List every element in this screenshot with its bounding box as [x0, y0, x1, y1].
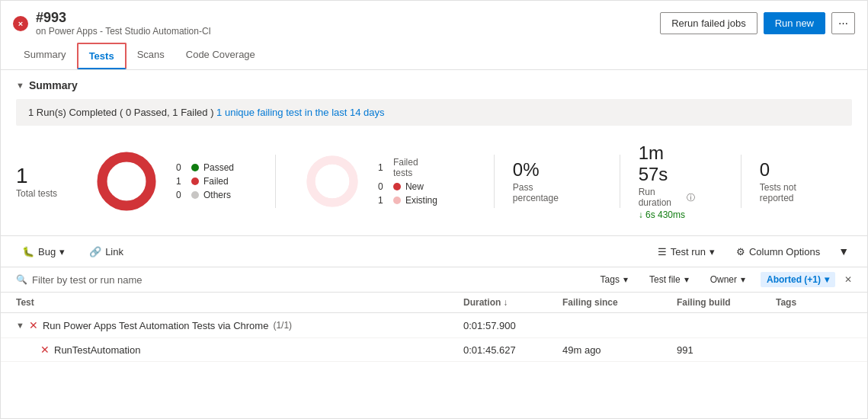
sub-failing-build-cell: 991: [677, 344, 776, 356]
build-title: #993: [36, 10, 211, 26]
test-run-icon: ☰: [658, 246, 667, 257]
col-duration[interactable]: Duration ↓: [463, 297, 562, 308]
table-sub-row: ✕ RunTestAutomation 0:01:45.627 49m ago …: [1, 338, 867, 362]
test-count-badge: (1/1): [273, 320, 292, 331]
legend-passed: Passed: [203, 162, 234, 173]
sub-failing-since-cell: 49m ago: [562, 344, 677, 356]
failed-section: 1 Failed tests 0 New 1 Existing: [378, 157, 437, 206]
failed-existing: Existing: [405, 195, 437, 206]
rerun-failed-jobs-button[interactable]: Rerun failed jobs: [660, 12, 757, 34]
filter-placeholder: Filter by test or run name: [32, 274, 143, 286]
failed-new: New: [405, 181, 424, 192]
column-options-icon: ⚙: [736, 246, 745, 257]
aborted-chevron-icon: ▾: [825, 274, 829, 285]
sub-test-name-text: RunTestAutomation: [54, 344, 140, 356]
owner-filter[interactable]: Owner ▾: [704, 272, 751, 287]
filter-button[interactable]: ▼: [835, 242, 852, 261]
tab-scans[interactable]: Scans: [127, 43, 175, 69]
test-run-button[interactable]: ☰ Test run ▾: [652, 243, 721, 261]
aborted-filter[interactable]: Aborted (+1) ▾: [761, 272, 835, 287]
run-new-button[interactable]: Run new: [764, 12, 825, 34]
test-legend: 0 Passed 1 Failed 0 Others: [176, 162, 234, 200]
tab-code-coverage[interactable]: Code Coverage: [175, 43, 266, 69]
column-options-button[interactable]: ⚙ Column Options: [730, 243, 826, 261]
svg-point-1: [102, 157, 151, 206]
tags-chevron-icon: ▾: [623, 274, 628, 285]
summary-title: Summary: [29, 79, 78, 91]
owner-chevron-icon: ▾: [741, 274, 745, 285]
test-file-filter[interactable]: Test file ▾: [643, 272, 695, 287]
error-icon: ✕: [29, 319, 38, 331]
link-button[interactable]: 🔗 Link: [83, 243, 130, 261]
bug-dropdown-icon: ▾: [59, 246, 65, 257]
close-button[interactable]: ×: [13, 16, 28, 31]
filter-icon: 🔍: [16, 274, 27, 285]
sub-duration-cell: 0:01:45.627: [463, 344, 562, 356]
failed-donut: [302, 151, 363, 212]
test-file-chevron-icon: ▾: [684, 274, 689, 285]
filter-row: 🔍 Filter by test or run name Tags ▾ Test…: [1, 267, 867, 293]
sub-error-icon: ✕: [40, 344, 50, 356]
table-row: ▼ ✕ Run Power Apps Test Automation Tests…: [1, 313, 867, 338]
duration-cell: 0:01:57.900: [463, 320, 562, 331]
build-subtitle: on Power Apps - Test Studio Automation-C…: [36, 26, 211, 37]
run-duration-metric: 1m 57s Run duration ⓘ ↓ 6s 430ms: [639, 142, 695, 220]
col-failing-build: Failing build: [677, 297, 776, 308]
pass-percentage-metric: 0% Pass percentage: [513, 159, 574, 203]
col-failing-since: Failing since: [562, 297, 677, 308]
col-test: Test: [16, 297, 463, 308]
expand-row-button[interactable]: ▼: [16, 321, 24, 330]
close-icon: ×: [18, 19, 23, 28]
sub-test-name-cell: ✕ RunTestAutomation: [40, 344, 463, 356]
tests-not-reported-metric: 0 Tests not reported: [760, 159, 825, 203]
tags-filter[interactable]: Tags ▾: [594, 272, 634, 287]
test-run-chevron-icon: ▾: [709, 246, 715, 257]
chevron-down-icon: ▼: [16, 81, 24, 90]
sort-icon: ↓: [503, 297, 508, 308]
summary-header[interactable]: ▼ Summary: [16, 79, 852, 91]
total-tests-stat: 1 Total tests: [16, 164, 77, 199]
clear-filter-button[interactable]: ✕: [844, 274, 852, 285]
tab-summary[interactable]: Summary: [13, 43, 77, 69]
legend-failed: Failed: [203, 176, 229, 187]
test-name-cell: ▼ ✕ Run Power Apps Test Automation Tests…: [16, 319, 463, 331]
col-tags: Tags: [776, 297, 852, 308]
unique-failing-link[interactable]: 1 unique failing test in the last 14 day…: [216, 107, 384, 118]
bug-icon: 🐛: [22, 246, 34, 257]
table-header: Test Duration ↓ Failing since Failing bu…: [1, 293, 867, 313]
pass-fail-donut: [92, 147, 161, 216]
test-run-name: Run Power Apps Test Automation Tests via…: [43, 320, 269, 331]
svg-point-3: [311, 160, 354, 203]
link-icon: 🔗: [89, 246, 101, 257]
legend-others: Others: [203, 190, 231, 200]
info-icon: ⓘ: [687, 192, 695, 203]
tab-tests[interactable]: Tests: [77, 43, 127, 69]
summary-status-bar: 1 Run(s) Completed ( 0 Passed, 1 Failed …: [16, 99, 852, 126]
more-options-button[interactable]: ⋯: [831, 12, 855, 34]
table-toolbar: 🐛 Bug ▾ 🔗 Link ☰ Test run ▾ ⚙ Column Opt: [1, 235, 867, 267]
bug-button[interactable]: 🐛 Bug ▾: [16, 243, 71, 261]
